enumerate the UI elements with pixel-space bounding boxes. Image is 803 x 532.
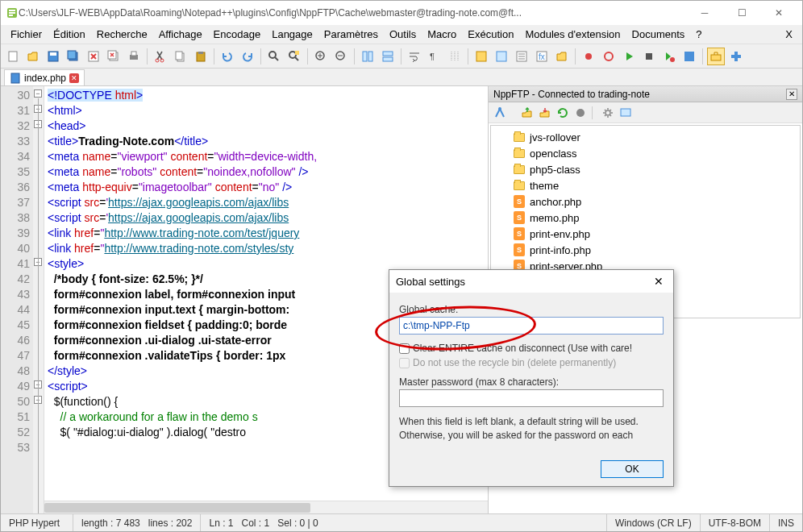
print-icon[interactable] — [125, 48, 143, 65]
menu-x[interactable]: X — [780, 27, 797, 42]
close-button[interactable]: ✕ — [760, 1, 797, 25]
connect-icon[interactable] — [493, 106, 506, 119]
menu-modules[interactable]: Modules d'extension — [520, 27, 625, 42]
replace-icon[interactable] — [285, 48, 303, 65]
record-icon[interactable] — [600, 48, 618, 65]
svg-point-20 — [269, 52, 276, 58]
recycle-bin-checkbox — [399, 358, 410, 368]
ok-button[interactable]: OK — [601, 460, 664, 478]
dialog-titlebar[interactable]: Global settings ✕ — [389, 270, 673, 293]
indent-guide-icon[interactable] — [446, 48, 464, 65]
svg-rect-4 — [9, 52, 17, 61]
plugin-icon[interactable] — [727, 48, 745, 65]
ftp-folder[interactable]: jvs-rollover — [497, 129, 793, 145]
save-all-icon[interactable] — [64, 48, 82, 65]
tab-index-php[interactable]: index.php ✕ — [4, 69, 85, 85]
folder-panel-icon[interactable] — [553, 48, 571, 65]
tab-close-icon[interactable]: ✕ — [69, 73, 79, 83]
menu-macro[interactable]: Macro — [422, 27, 461, 42]
upload-icon[interactable] — [521, 106, 534, 119]
copy-icon[interactable] — [172, 48, 189, 65]
svg-rect-3 — [9, 15, 13, 16]
ftp-panel-close-icon[interactable]: ✕ — [786, 89, 797, 100]
folder-icon — [514, 181, 525, 190]
playrec-icon[interactable] — [660, 48, 678, 65]
doc-map-icon[interactable] — [493, 48, 510, 65]
menu-help[interactable]: ? — [691, 27, 706, 42]
svg-rect-41 — [11, 73, 19, 83]
line-numbers: 3031323334353637383940414243444546474849… — [1, 86, 33, 513]
messages-icon[interactable] — [619, 106, 632, 119]
monitor-icon[interactable] — [580, 48, 597, 65]
ftp-folder[interactable]: theme — [497, 177, 793, 193]
menu-documents[interactable]: Documents — [627, 27, 690, 42]
dialog-close-icon[interactable]: ✕ — [651, 273, 667, 289]
status-ins: INS — [770, 514, 802, 531]
undo-icon[interactable] — [218, 48, 236, 65]
save-macro-icon[interactable] — [680, 48, 698, 65]
stop-icon[interactable] — [640, 48, 658, 65]
toolbar: ¶ fx — [1, 44, 802, 69]
settings-icon[interactable] — [601, 106, 614, 119]
minimize-button[interactable]: ─ — [686, 1, 723, 25]
cut-icon[interactable] — [152, 48, 169, 65]
menu-edition[interactable]: Édition — [48, 27, 90, 42]
ftp-file[interactable]: print-env.php — [497, 226, 793, 242]
clear-cache-checkbox[interactable] — [399, 343, 410, 354]
dialog-note1: When this field is left blank, a default… — [399, 415, 664, 429]
abort-icon[interactable] — [574, 106, 587, 119]
php-file-icon — [514, 227, 525, 240]
menu-langage[interactable]: Langage — [267, 27, 318, 42]
ftp-file[interactable]: memo.php — [497, 210, 793, 226]
paste-icon[interactable] — [192, 48, 210, 65]
zoom-out-icon[interactable] — [332, 48, 350, 65]
redo-icon[interactable] — [239, 48, 256, 65]
menu-encodage[interactable]: Encodage — [209, 27, 266, 42]
menu-execution[interactable]: Exécution — [463, 27, 518, 42]
ftp-file[interactable]: print-info.php — [497, 242, 793, 258]
svg-point-43 — [576, 109, 585, 117]
allchars-icon[interactable]: ¶ — [426, 48, 443, 65]
maximize-button[interactable]: ☐ — [723, 1, 760, 25]
new-file-icon[interactable] — [4, 48, 22, 65]
fold-marker[interactable]: − — [34, 89, 42, 98]
download-icon[interactable] — [539, 106, 551, 119]
status-lang: PHP Hypert — [1, 514, 73, 531]
fold-margin[interactable]: − − − − − − — [33, 86, 44, 513]
code-area[interactable]: <!DOCTYPE html> <html> <head> <title>Tra… — [44, 86, 320, 513]
horizontal-scrollbar[interactable] — [44, 501, 488, 513]
menu-fichier[interactable]: Fichier — [6, 27, 47, 42]
sync-v-icon[interactable] — [359, 48, 377, 65]
refresh-icon[interactable] — [556, 106, 569, 119]
open-file-icon[interactable] — [24, 48, 42, 65]
file-icon — [10, 73, 21, 84]
ftp-folder[interactable]: php5-class — [497, 161, 793, 177]
ftp-file[interactable]: anchor.php — [497, 193, 793, 210]
wrap-icon[interactable] — [406, 48, 423, 65]
master-password-input[interactable] — [399, 389, 664, 407]
menu-recherche[interactable]: Recherche — [92, 27, 152, 42]
func-list-icon[interactable]: fx — [533, 48, 551, 65]
menu-affichage[interactable]: Affichage — [154, 27, 207, 42]
sync-h-icon[interactable] — [379, 48, 397, 65]
global-settings-dialog: Global settings ✕ Global cache: Clear EN… — [389, 269, 674, 487]
svg-rect-37 — [646, 53, 652, 60]
close-all-icon[interactable] — [105, 48, 123, 65]
save-icon[interactable] — [44, 48, 62, 65]
lang-icon[interactable] — [472, 48, 490, 65]
find-icon[interactable] — [265, 48, 283, 65]
nppftp-icon[interactable] — [707, 48, 725, 65]
close-file-icon[interactable] — [85, 48, 102, 65]
window-title: C:\Users\JLF-WEB\AppData\Roaming\Notepad… — [19, 7, 686, 19]
doc-list-icon[interactable] — [513, 48, 530, 65]
php-file-icon — [514, 195, 525, 208]
status-length: length : 7 483 lines : 202 — [73, 514, 201, 531]
ftp-folder[interactable]: openclass — [497, 145, 793, 161]
menu-parametres[interactable]: Paramètres — [319, 27, 383, 42]
menu-outils[interactable]: Outils — [385, 27, 421, 42]
svg-point-21 — [289, 52, 296, 58]
dialog-title: Global settings — [396, 276, 465, 288]
global-cache-input[interactable] — [399, 317, 664, 335]
zoom-in-icon[interactable] — [312, 48, 330, 65]
play-icon[interactable] — [620, 48, 638, 65]
